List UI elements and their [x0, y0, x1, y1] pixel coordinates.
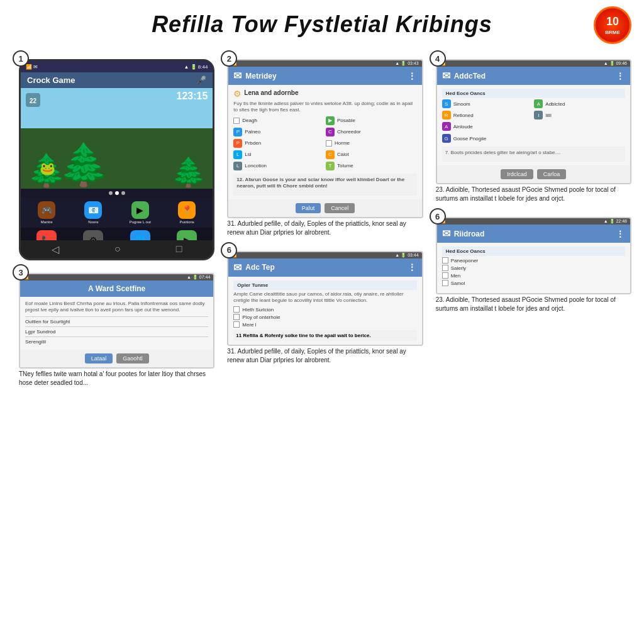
recent-btn[interactable]: □: [176, 243, 182, 255]
col-mid: 2 📶 ▲ 🔋 03:43 ✉ Metridey ⋮: [221, 50, 423, 389]
icon-img-1: 🎮: [38, 201, 55, 219]
icon-label-4: Puotions: [179, 220, 194, 224]
step5-cb3: Mere l: [233, 321, 416, 328]
step4-icon: ✉: [442, 70, 450, 82]
step3-status: 📶 ▲ 🔋 07:44: [20, 274, 213, 280]
step6-title: Riidroad: [454, 230, 485, 238]
step4-items-grid: S Sinoom A Adblcted R Retloned: [442, 99, 625, 132]
step3-divider3: [25, 336, 208, 337]
step6-cb1: Paneoponer: [442, 257, 625, 264]
step2-icon: ✉: [233, 70, 242, 82]
step6-check2[interactable]: [442, 265, 448, 271]
step6-check4[interactable]: [442, 280, 448, 286]
step3-divider1: [25, 316, 208, 317]
tree2: 🌲: [58, 141, 109, 189]
icon-label-3: Pugree L out: [130, 220, 151, 224]
step4-label4: Iilll: [545, 113, 551, 118]
step3-btn-row: Lataal Gaoohtl: [20, 350, 213, 367]
step2-icon7: L: [233, 150, 242, 159]
step1-num: 1: [13, 50, 29, 67]
step5-caption: 31. Adurbled pefille, of daily, Eoples o…: [227, 346, 423, 366]
character: 🐸: [40, 161, 55, 176]
step6-cb2: Salerly: [442, 265, 625, 271]
page-title: Refilla Tow Fystletial Kribings: [13, 11, 631, 38]
step4-section: Hed Eoce Oancs: [442, 89, 625, 98]
step5-dialog: 11 Refilla & Rofenty solke tine to the a…: [233, 330, 416, 341]
step2-items-grid: Deagh ▶ Posable P Palneo C: [233, 116, 416, 172]
step2-screen: 📶 ▲ 🔋 03:43 ✉ Metridey ⋮ ⚙ Lena and: [227, 59, 423, 218]
home-icon-1[interactable]: 🎮 Mantre: [25, 201, 69, 224]
step5-container: 6 📶 ▲ 🔋 03:44 ✉ Adc Tep ⋮: [221, 242, 423, 367]
step6-label1: Paneoponer: [451, 258, 479, 264]
step2-menu[interactable]: ⋮: [408, 71, 417, 81]
step6-check1[interactable]: [442, 257, 448, 264]
step6-label4: Samol: [451, 280, 465, 286]
step2-icon9: L: [233, 162, 242, 170]
step3-screen: 📶 ▲ 🔋 07:44 A Ward Scetfine Eof moale Li…: [19, 273, 214, 369]
back-btn[interactable]: ◁: [52, 243, 59, 255]
home-icon-3[interactable]: ▶ Pugree L out: [118, 201, 162, 224]
step2-item6-label: Horme: [335, 140, 350, 146]
step4-label5: Ainloude: [453, 124, 473, 130]
step6-menu[interactable]: ⋮: [616, 229, 625, 239]
step6-caption: 23. Adioible, Thortesed asaust PGocie Sh…: [436, 294, 631, 314]
step2-item4-label: Choreedor: [337, 129, 361, 135]
step2-item-8: C Calot: [326, 150, 417, 159]
step6-label2: Salerly: [451, 265, 466, 271]
step2-caption: 31. Adurbled pefille, of daily, Eoples o…: [227, 218, 423, 238]
step3-btn2[interactable]: Gaoohtl: [116, 353, 149, 364]
step6-status: 📶 ▲ 🔋 22:48: [437, 218, 630, 225]
step5-menu[interactable]: ⋮: [408, 262, 417, 272]
step4-icon1: S: [442, 99, 451, 108]
step5-title: Adc Tep: [245, 263, 274, 272]
step4-icon2: A: [534, 99, 543, 108]
step4-desc-box: 7. Boots pricides deles gilter be aleing…: [442, 147, 625, 162]
step3-item3: Serengilll: [25, 339, 208, 345]
step5-desc: Ample Came clealtttitle sauo pur camos, …: [233, 291, 416, 304]
step2-section: Lena and adornbe: [244, 89, 298, 96]
step2-icon5: P: [233, 139, 242, 148]
step3-title: A Ward Scetfine: [88, 284, 145, 293]
step5-status: 📶 ▲ 🔋 03:44: [228, 252, 421, 258]
date-widget: 22: [30, 97, 36, 104]
step5-check1[interactable]: [233, 306, 240, 313]
step2-btn1[interactable]: Palut: [296, 203, 321, 213]
col-left: 1 📶 ✉ ▲ 🔋 8:44 Crock Game 🎤 22: [13, 50, 214, 389]
icon-label-2: Noore: [88, 220, 98, 224]
icon-img-3: ▶: [131, 201, 149, 219]
step4-item5: A Ainloude: [442, 122, 533, 131]
phone-status-bar: 📶 ✉ ▲ 🔋 8:44: [21, 61, 213, 72]
step4-body: Hed Eoce Oancs S Sinoom A Adblcted: [437, 85, 630, 165]
st2-right: ▲ 🔋 03:43: [395, 61, 418, 66]
step5-check3[interactable]: [233, 321, 240, 328]
step2-item-3: P Palneo: [233, 128, 325, 136]
col-right: 4 📶 ▲ 🔋 09:46 ✉ AddcTed ⋮: [430, 50, 631, 389]
step4-label3: Retloned: [453, 113, 474, 118]
step2-icon2: ▶: [326, 116, 335, 125]
step2-section-row: ⚙ Lena and adornbe: [233, 89, 416, 99]
step5-check2[interactable]: [233, 314, 240, 320]
step4-btn2[interactable]: Carloa: [537, 169, 567, 179]
home-icon-4[interactable]: 📍 Puotions: [165, 201, 209, 224]
step2-toolbar: ✉ Metridey ⋮: [228, 67, 421, 85]
step3-item3-label: Serengilll: [25, 339, 46, 345]
step4-btn-row: Irdclcad Carloa: [437, 165, 630, 183]
status-left: 📶 ✉: [26, 64, 38, 70]
step3-btn1[interactable]: Lataal: [85, 353, 113, 364]
home-icon-2[interactable]: 📧 Noore: [71, 201, 115, 224]
step2-item-1: Deagh: [233, 116, 325, 125]
step4-menu[interactable]: ⋮: [616, 71, 625, 81]
step2-btn2[interactable]: Cancel: [325, 203, 355, 213]
step6-icon: ✉: [442, 228, 450, 240]
step6-check3[interactable]: [442, 272, 448, 279]
cb6[interactable]: [326, 140, 332, 147]
home-btn[interactable]: ○: [114, 243, 121, 255]
step2-item7-label: Lsl: [245, 152, 251, 157]
step2-body: ⚙ Lena and adornbe Fuy tls the lkninte a…: [228, 85, 421, 199]
step4-icon4: I: [534, 111, 543, 119]
step2-icon4: C: [326, 128, 335, 136]
cb1[interactable]: [233, 118, 240, 124]
st5-right: ▲ 🔋 03:44: [395, 253, 418, 258]
step5-body: Opler Tunme Ample Came clealtttitle sauo…: [228, 277, 421, 345]
step4-btn1[interactable]: Irdclcad: [501, 169, 533, 179]
